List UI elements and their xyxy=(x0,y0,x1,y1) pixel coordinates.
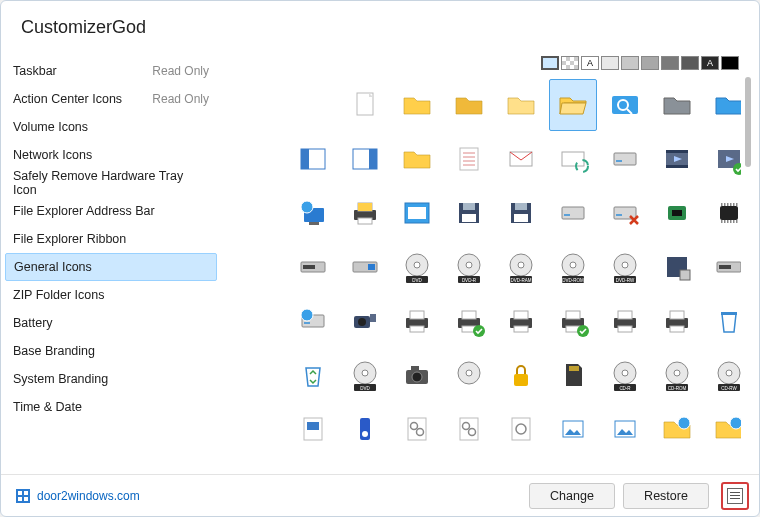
svg-rect-43 xyxy=(672,210,682,216)
icon-cell-folder-gray[interactable] xyxy=(653,79,701,131)
sidebar-item-file-explorer-ribbon[interactable]: File Explorer Ribbon xyxy=(1,225,221,253)
icon-cell-window-right[interactable] xyxy=(341,133,389,185)
icon-cell-video[interactable] xyxy=(653,133,701,185)
icon-cell-doc-app[interactable] xyxy=(289,403,337,455)
bg-swatch-8[interactable]: A xyxy=(701,56,719,70)
icon-cell-floppy[interactable] xyxy=(497,187,545,239)
icon-cell-globe-hdd[interactable] xyxy=(289,295,337,347)
change-button[interactable]: Change xyxy=(529,483,615,509)
icon-cell-folder-search[interactable] xyxy=(601,79,649,131)
svg-point-149 xyxy=(678,417,690,429)
icon-cell-folder-light[interactable] xyxy=(497,79,545,131)
icon-cell-dvdrom[interactable]: DVD-ROM xyxy=(549,241,597,293)
icon-cell-globe-monitor[interactable] xyxy=(289,187,337,239)
bg-swatch-3[interactable] xyxy=(601,56,619,70)
icon-cell-hdd-win[interactable] xyxy=(341,241,389,293)
icon-cell-folder[interactable] xyxy=(393,79,441,131)
svg-rect-122 xyxy=(569,366,579,371)
icon-cell-cdrom[interactable]: CD-ROM xyxy=(653,349,701,401)
icon-cell-printer-ok[interactable] xyxy=(445,295,493,347)
icon-cell-hdd-x[interactable] xyxy=(601,187,649,239)
bg-swatch-7[interactable] xyxy=(681,56,699,70)
recycle-icon xyxy=(296,358,330,392)
icon-cell-dvdr[interactable]: DVD-R xyxy=(445,241,493,293)
sidebar-item-label: Time & Date xyxy=(13,400,82,414)
icon-cell-window-blue[interactable] xyxy=(393,187,441,239)
bg-swatch-0[interactable] xyxy=(541,56,559,70)
icon-cell-image[interactable] xyxy=(601,403,649,455)
icon-cell-folder-dark[interactable] xyxy=(445,79,493,131)
icon-cell-dvdram[interactable]: DVD-RAM xyxy=(497,241,545,293)
bg-swatch-6[interactable] xyxy=(661,56,679,70)
svg-rect-49 xyxy=(727,203,729,206)
restore-button[interactable]: Restore xyxy=(623,483,709,509)
icon-cell-printer[interactable] xyxy=(653,295,701,347)
vertical-scrollbar[interactable] xyxy=(741,71,755,474)
icon-cell-lock[interactable] xyxy=(497,349,545,401)
icon-cell-mp3[interactable] xyxy=(341,403,389,455)
icon-cell-window-left[interactable] xyxy=(289,133,337,185)
icon-cell-folder[interactable] xyxy=(393,133,441,185)
icon-cell-floppy-usb[interactable] xyxy=(653,241,701,293)
sidebar-item-action-center-icons[interactable]: Action Center IconsRead Only xyxy=(1,85,221,113)
icon-cell-recycle[interactable] xyxy=(289,349,337,401)
icon-cell-note[interactable] xyxy=(445,133,493,185)
icon-cell-hdd-slot[interactable] xyxy=(289,241,337,293)
icon-cell-printer[interactable] xyxy=(497,295,545,347)
hdd-icon xyxy=(556,196,590,230)
icon-cell-folder-globe[interactable] xyxy=(653,403,701,455)
scrollbar-thumb[interactable] xyxy=(745,77,751,167)
sidebar-item-zip-folder-icons[interactable]: ZIP Folder Icons xyxy=(1,281,221,309)
icon-cell-printer-ok[interactable] xyxy=(549,295,597,347)
icon-cell-mail-loading[interactable] xyxy=(549,133,597,185)
floppy-usb-icon xyxy=(660,250,694,284)
icon-cell-printer-y[interactable] xyxy=(341,187,389,239)
svg-rect-7 xyxy=(369,149,377,169)
floppy-icon xyxy=(504,196,538,230)
brand-link[interactable]: door2windows.com xyxy=(15,488,140,504)
bg-swatch-9[interactable] xyxy=(721,56,739,70)
sidebar-item-battery[interactable]: Battery xyxy=(1,309,221,337)
icon-cell-gears[interactable] xyxy=(445,403,493,455)
icon-cell-gear-doc[interactable] xyxy=(497,403,545,455)
bg-swatch-5[interactable] xyxy=(641,56,659,70)
icon-cell-chip-green[interactable] xyxy=(653,187,701,239)
icon-cell-dvdrw[interactable]: DVD-RW xyxy=(601,241,649,293)
bg-swatch-1[interactable] xyxy=(561,56,579,70)
icon-cell-camera[interactable] xyxy=(393,349,441,401)
icon-cell-gears[interactable] xyxy=(393,403,441,455)
folder-icon xyxy=(400,142,434,176)
bg-swatch-2[interactable]: A xyxy=(581,56,599,70)
icon-cell-cdr[interactable]: CD-R xyxy=(601,349,649,401)
svg-rect-14 xyxy=(562,152,584,166)
svg-rect-121 xyxy=(514,374,528,386)
sidebar-item-time-date[interactable]: Time & Date xyxy=(1,393,221,421)
icon-cell-printer[interactable] xyxy=(601,295,649,347)
sidebar-item-base-branding[interactable]: Base Branding xyxy=(1,337,221,365)
icon-cell-file[interactable] xyxy=(341,79,389,131)
sidebar-item-safely-remove-hardware-tray-icon[interactable]: Safely Remove Hardware Tray Icon xyxy=(1,169,221,197)
icon-cell-hdd[interactable] xyxy=(601,133,649,185)
svg-rect-111 xyxy=(721,312,737,315)
sidebar-item-network-icons[interactable]: Network Icons xyxy=(1,141,221,169)
icon-cell-printer[interactable] xyxy=(393,295,441,347)
empty-cell xyxy=(289,79,337,131)
sidebar-item-file-explorer-address-bar[interactable]: File Explorer Address Bar xyxy=(1,197,221,225)
icon-cell-floppy[interactable] xyxy=(445,187,493,239)
icon-cell-dvd[interactable]: DVD xyxy=(393,241,441,293)
bg-swatch-4[interactable] xyxy=(621,56,639,70)
icon-cell-folder-open[interactable] xyxy=(549,79,597,131)
icon-cell-dvdlabel[interactable]: DVD xyxy=(341,349,389,401)
sidebar-item-taskbar[interactable]: TaskbarRead Only xyxy=(1,57,221,85)
app-title: CustomizerGod xyxy=(21,17,146,38)
sidebar-item-volume-icons[interactable]: Volume Icons xyxy=(1,113,221,141)
sidebar-item-general-icons[interactable]: General Icons xyxy=(5,253,217,281)
icon-cell-mail[interactable] xyxy=(497,133,545,185)
icon-cell-image[interactable] xyxy=(549,403,597,455)
sidebar-item-system-branding[interactable]: System Branding xyxy=(1,365,221,393)
icon-cell-sdcard[interactable] xyxy=(549,349,597,401)
icon-cell-disc[interactable] xyxy=(445,349,493,401)
icon-cell-camcorder[interactable] xyxy=(341,295,389,347)
menu-button[interactable] xyxy=(721,482,749,510)
icon-cell-hdd[interactable] xyxy=(549,187,597,239)
